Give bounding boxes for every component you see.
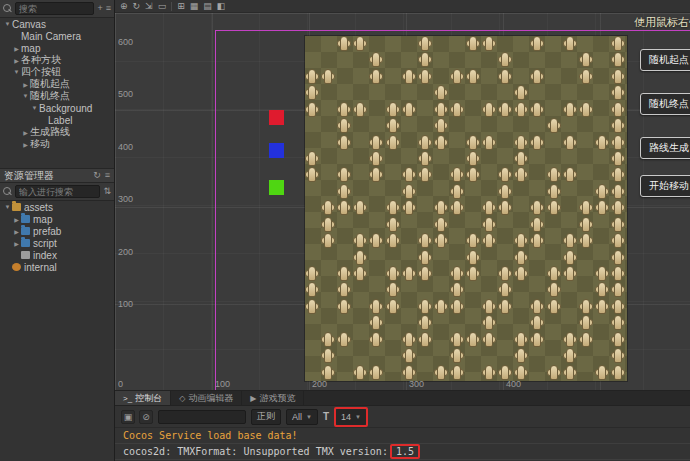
green-block[interactable] bbox=[269, 180, 284, 195]
red-block[interactable] bbox=[269, 110, 284, 125]
expand-arrow-icon[interactable]: ▼ bbox=[21, 93, 30, 99]
hierarchy-search-input[interactable] bbox=[15, 2, 94, 15]
cactus-sprite bbox=[337, 36, 349, 50]
cactus-sprite bbox=[482, 332, 494, 346]
cactus-sprite bbox=[402, 348, 414, 362]
layout-toggle-icon[interactable]: ▦ bbox=[190, 1, 199, 11]
expand-arrow-icon[interactable]: ▶ bbox=[12, 228, 21, 235]
cactus-sprite bbox=[563, 36, 575, 50]
scale-tool-icon[interactable]: ⇲ bbox=[145, 1, 153, 11]
clear-log-icon[interactable]: ⊘ bbox=[139, 410, 153, 424]
cactus-sprite bbox=[353, 233, 365, 247]
assets-menu-icon[interactable]: ≡ bbox=[105, 171, 110, 180]
expand-arrow-icon[interactable]: ▶ bbox=[21, 81, 30, 88]
random-start-button[interactable]: 随机起点 bbox=[640, 49, 690, 71]
tree-item[interactable]: ▶prefab bbox=[0, 225, 114, 237]
tree-item[interactable]: internal bbox=[0, 261, 114, 273]
start-move-button[interactable]: 开始移动 bbox=[640, 175, 690, 197]
route-generate-button[interactable]: 路线生成 bbox=[640, 137, 690, 159]
gizmo-toggle-icon[interactable]: ◧ bbox=[217, 1, 226, 11]
blue-block[interactable] bbox=[269, 143, 284, 158]
expand-arrow-icon[interactable]: ▶ bbox=[21, 141, 30, 148]
tilemap bbox=[305, 36, 627, 381]
move-tool-icon[interactable]: ⊕ bbox=[120, 1, 128, 11]
regex-toggle[interactable]: 正则 bbox=[251, 409, 281, 425]
random-end-button[interactable]: 随机终点 bbox=[640, 93, 690, 115]
cactus-sprite bbox=[337, 102, 349, 116]
console-log-line[interactable]: cocos2d: TMXFormat: Unsupported TMX vers… bbox=[115, 444, 690, 460]
cactus-sprite bbox=[321, 332, 333, 346]
expand-arrow-icon[interactable]: ▶ bbox=[12, 216, 21, 223]
cactus-sprite bbox=[434, 200, 446, 214]
log-level-select[interactable]: All ▼ bbox=[286, 409, 318, 425]
tree-item[interactable]: index bbox=[0, 249, 114, 261]
ruler-label-x: 300 bbox=[409, 379, 424, 389]
tree-item[interactable]: ▼随机终点 bbox=[0, 90, 114, 102]
copy-log-icon[interactable]: ▣ bbox=[121, 410, 135, 424]
tree-item[interactable]: ▶生成路线 bbox=[0, 126, 114, 138]
cactus-sprite bbox=[611, 266, 623, 280]
cactus-sprite bbox=[611, 365, 623, 379]
cactus-sprite bbox=[482, 217, 494, 231]
tree-item-label: 随机起点 bbox=[30, 78, 70, 90]
cactus-sprite bbox=[321, 69, 333, 83]
font-size-select[interactable]: 14 ▼ bbox=[336, 409, 366, 425]
tree-item[interactable]: ▼Canvas bbox=[0, 18, 114, 30]
cactus-sprite bbox=[611, 332, 623, 346]
expand-arrow-icon[interactable]: ▼ bbox=[3, 204, 12, 210]
tree-item[interactable]: Main Camera bbox=[0, 30, 114, 42]
refresh-icon[interactable]: ↻ bbox=[93, 171, 101, 180]
tree-item[interactable]: ▶移动 bbox=[0, 138, 114, 150]
assets-search-input[interactable] bbox=[15, 185, 100, 198]
tree-item[interactable]: ▶随机起点 bbox=[0, 78, 114, 90]
create-node-icon[interactable]: + bbox=[97, 4, 102, 13]
cactus-sprite bbox=[450, 332, 462, 346]
sort-icon[interactable]: ⇅ bbox=[103, 187, 111, 196]
tree-item[interactable]: ▼Background bbox=[0, 102, 114, 114]
scene-view[interactable]: 6005004003002001000100200300400 使用鼠标右键 随… bbox=[115, 13, 690, 390]
rotate-tool-icon[interactable]: ↻ bbox=[133, 1, 141, 11]
tab-animation[interactable]: ◇动画编辑器 bbox=[171, 391, 242, 405]
tree-item-label: 移动 bbox=[30, 138, 50, 150]
cactus-sprite bbox=[466, 135, 478, 149]
cactus-sprite bbox=[305, 85, 317, 99]
chevron-down-icon: ▼ bbox=[306, 414, 312, 420]
cactus-sprite bbox=[611, 200, 623, 214]
expand-arrow-icon[interactable]: ▶ bbox=[12, 240, 21, 247]
tree-item[interactable]: ▶script bbox=[0, 237, 114, 249]
cactus-sprite bbox=[498, 282, 510, 296]
tree-item[interactable]: ▶各种方块 bbox=[0, 54, 114, 66]
expand-arrow-icon[interactable]: ▶ bbox=[21, 129, 30, 136]
cactus-sprite bbox=[530, 217, 542, 231]
tab-console[interactable]: >_控制台 bbox=[115, 391, 171, 405]
expand-arrow-icon[interactable]: ▼ bbox=[12, 69, 21, 75]
cactus-sprite bbox=[579, 299, 591, 313]
canvas-border-left bbox=[215, 30, 216, 390]
tab-preview[interactable]: ▶游戏预览 bbox=[242, 391, 304, 405]
expand-arrow-icon[interactable]: ▶ bbox=[12, 57, 21, 64]
expand-arrow-icon[interactable]: ▼ bbox=[3, 21, 12, 27]
tree-item[interactable]: ▼assets bbox=[0, 201, 114, 213]
cactus-sprite bbox=[386, 282, 398, 296]
cactus-sprite bbox=[611, 233, 623, 247]
tree-item[interactable]: Label bbox=[0, 114, 114, 126]
grid-toggle-icon[interactable]: ⊞ bbox=[177, 1, 185, 11]
hierarchy-menu-icon[interactable]: ≡ bbox=[106, 4, 111, 13]
tree-item[interactable]: ▶map bbox=[0, 213, 114, 225]
console-log-line[interactable]: Cocos Service load base data! bbox=[115, 428, 690, 444]
tree-item[interactable]: ▶map bbox=[0, 42, 114, 54]
cactus-sprite bbox=[482, 299, 494, 313]
expand-arrow-icon[interactable]: ▶ bbox=[12, 45, 21, 52]
tree-item-label: assets bbox=[24, 202, 53, 213]
cactus-sprite bbox=[514, 266, 526, 280]
tree-item[interactable]: ▼四个按钮 bbox=[0, 66, 114, 78]
list-view-icon[interactable]: ▤ bbox=[203, 1, 212, 11]
hierarchy-tree: ▼CanvasMain Camera▶map▶各种方块▼四个按钮▶随机起点▼随机… bbox=[0, 18, 114, 150]
rect-tool-icon[interactable]: ▭ bbox=[158, 1, 167, 11]
scene-hint-text: 使用鼠标右键 bbox=[634, 15, 690, 30]
expand-arrow-icon[interactable]: ▼ bbox=[30, 105, 39, 111]
console-log-list[interactable]: Cocos Service load base data!cocos2d: TM… bbox=[115, 428, 690, 461]
console-filter-input[interactable] bbox=[158, 410, 246, 424]
cactus-sprite bbox=[321, 217, 333, 231]
main-area: ⊕↻⇲▭⊞▦▤◧ 6005004003002001000100200300400… bbox=[115, 0, 690, 461]
